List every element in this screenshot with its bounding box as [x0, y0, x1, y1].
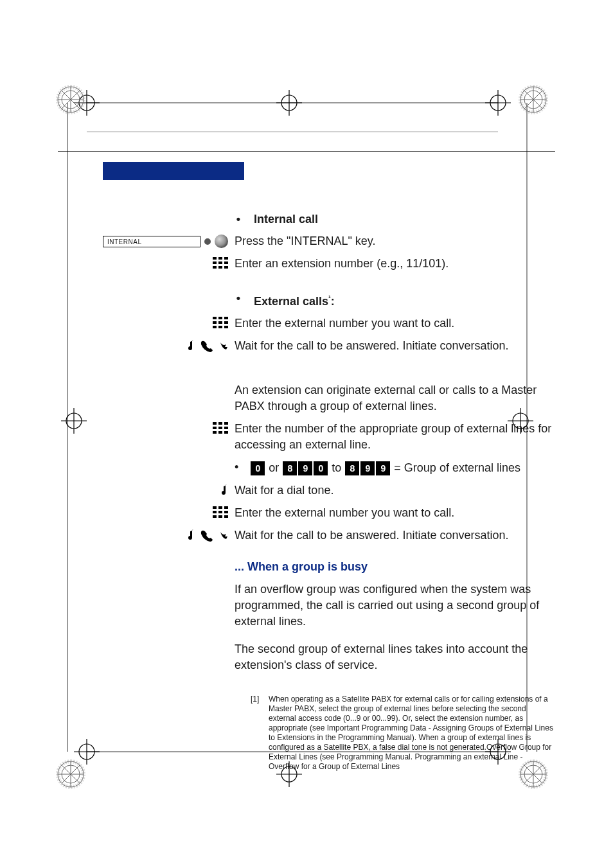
- print-marks: [0, 0, 613, 868]
